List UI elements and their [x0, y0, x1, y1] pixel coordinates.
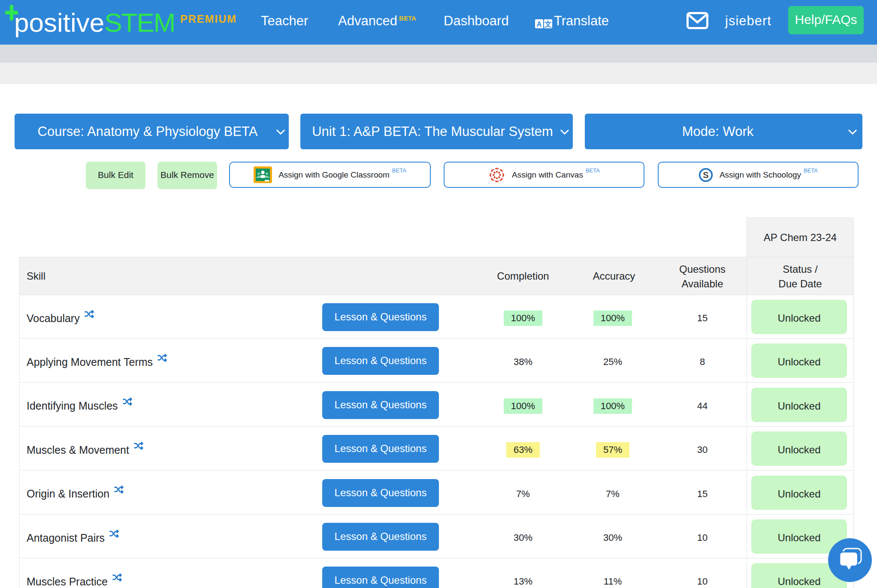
svg-text:S: S [703, 170, 708, 180]
svg-text:A: A [537, 21, 542, 28]
svg-text:文: 文 [544, 20, 552, 28]
